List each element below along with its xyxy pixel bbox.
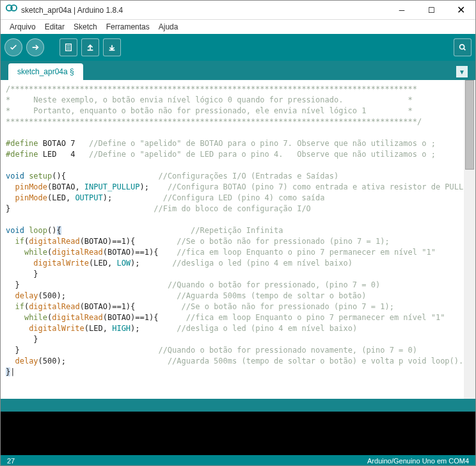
code-tok: setup bbox=[29, 172, 52, 181]
code-tok: (){ bbox=[52, 172, 158, 181]
code-tok bbox=[6, 193, 15, 202]
code-tok bbox=[6, 291, 15, 300]
tab-label: sketch_apr04a § bbox=[17, 67, 74, 76]
code-tok: digitalWrite bbox=[33, 259, 89, 268]
code-tok: } bbox=[6, 280, 168, 289]
code-tok: //Aguarda 500ms (tempo de soltar o botão… bbox=[168, 357, 463, 366]
code-area[interactable]: /***************************************… bbox=[1, 80, 464, 399]
code-tok: LOW bbox=[116, 259, 131, 268]
footer: 27 Arduino/Genuino Uno em COM4 bbox=[1, 455, 475, 466]
menubar: Arquivo Editar Sketch Ferramentas Ajuda bbox=[1, 20, 475, 34]
code-tok bbox=[6, 259, 33, 268]
cursor: | bbox=[10, 367, 15, 376]
code-tok bbox=[6, 313, 24, 322]
code-line: /***************************************… bbox=[6, 84, 417, 93]
code-tok: pinMode bbox=[15, 182, 47, 191]
code-tok: //Configurações I/O (Entradas e Saídas) bbox=[158, 172, 338, 181]
code-tok: //fica em loop Enquanto o pino 7 permane… bbox=[186, 313, 445, 322]
code-tok: OUTPUT bbox=[75, 193, 102, 202]
code-tok: while bbox=[24, 248, 47, 257]
code-tok: HIGH bbox=[112, 324, 131, 333]
code-tok: ); bbox=[103, 193, 163, 202]
code-tok bbox=[6, 357, 15, 366]
titlebar: sketch_apr04a | Arduino 1.8.4 ─ ☐ ✕ bbox=[1, 1, 475, 20]
verify-button[interactable] bbox=[4, 38, 22, 56]
code-tok: //Define o "apelido" de BOTAO para o pin… bbox=[89, 139, 436, 148]
scrollbar-thumb[interactable] bbox=[465, 80, 474, 170]
code-tok: (500); bbox=[38, 357, 168, 366]
scrollbar[interactable] bbox=[464, 80, 475, 399]
maximize-button[interactable]: ☐ bbox=[416, 1, 446, 20]
code-tok: //Configura BOTAO (pino 7) como entrada … bbox=[168, 182, 464, 191]
serial-monitor-button[interactable] bbox=[454, 38, 472, 56]
code-tok: digitalRead bbox=[52, 248, 102, 257]
code-tok: ); bbox=[131, 324, 177, 333]
code-tok: } bbox=[6, 335, 38, 344]
tabbar: sketch_apr04a § ▼ bbox=[1, 61, 475, 80]
code-tok bbox=[6, 248, 24, 257]
tab-sketch[interactable]: sketch_apr04a § bbox=[8, 63, 83, 80]
code-line: * Neste exemplo, o botão envia nível lóg… bbox=[6, 95, 413, 104]
code-tok: #define bbox=[6, 150, 38, 159]
upload-button[interactable] bbox=[26, 38, 44, 56]
open-sketch-button[interactable] bbox=[81, 38, 99, 56]
code-tok: delay bbox=[15, 291, 38, 300]
arduino-logo-icon bbox=[6, 4, 17, 16]
console[interactable] bbox=[1, 412, 475, 455]
code-tok: if bbox=[15, 302, 24, 311]
code-tok: (500); bbox=[38, 291, 177, 300]
code-tok: //Define o "apelido" de LED para o pino … bbox=[89, 150, 436, 159]
minimize-button[interactable]: ─ bbox=[387, 1, 416, 20]
save-sketch-button[interactable] bbox=[103, 38, 121, 56]
close-button[interactable]: ✕ bbox=[446, 1, 475, 20]
statusbar bbox=[1, 399, 475, 412]
menu-ferramentas[interactable]: Ferramentas bbox=[102, 21, 154, 33]
window-title: sketch_apr04a | Arduino 1.8.4 bbox=[21, 6, 387, 15]
code-tok: ); bbox=[131, 259, 172, 268]
menu-arquivo[interactable]: Arquivo bbox=[6, 21, 40, 33]
code-tok: digitalWrite bbox=[29, 324, 84, 333]
code-tok: loop bbox=[29, 226, 47, 235]
svg-point-3 bbox=[460, 45, 464, 49]
code-tok: delay bbox=[15, 357, 38, 366]
code-tok bbox=[6, 237, 15, 246]
code-tok: //Configura LED (pino 4) como saída bbox=[163, 193, 325, 202]
board-info: Arduino/Genuino Uno em COM4 bbox=[367, 457, 469, 465]
code-tok: #define bbox=[6, 139, 38, 148]
code-tok: //Quando o botão for pressionado, (pino … bbox=[168, 280, 380, 289]
code-tok: ); bbox=[140, 182, 168, 191]
code-tok: //Se o botão não for pressionado (pino 7… bbox=[177, 237, 389, 246]
code-tok: (LED, bbox=[84, 324, 112, 333]
menu-ajuda[interactable]: Ajuda bbox=[155, 21, 182, 33]
code-tok: (LED, bbox=[47, 193, 75, 202]
code-tok: //Se o botão não for pressionado (pino 7… bbox=[182, 302, 394, 311]
code-tok: BOTAO 7 bbox=[38, 139, 89, 148]
tab-menu-button[interactable]: ▼ bbox=[456, 66, 468, 77]
code-tok: //fica em loop Enquanto o pino 7 permane… bbox=[177, 248, 436, 257]
menu-editar[interactable]: Editar bbox=[41, 21, 68, 33]
code-tok bbox=[6, 324, 29, 333]
code-tok: while bbox=[24, 313, 47, 322]
code-tok: //Repetição Infinita bbox=[191, 226, 283, 235]
code-tok: (BOTAO, bbox=[47, 182, 84, 191]
code-tok: digitalRead bbox=[52, 313, 102, 322]
line-number: 27 bbox=[7, 457, 367, 465]
code-tok: } bbox=[6, 269, 38, 278]
code-line: * Portanto, enquanto o botão não for pre… bbox=[6, 106, 413, 115]
code-tok: digitalRead bbox=[29, 237, 79, 246]
new-sketch-button[interactable] bbox=[60, 38, 77, 56]
code-tok: //Fim do bloco de configuração I/O bbox=[154, 204, 311, 213]
code-tok: () bbox=[47, 226, 56, 235]
menu-sketch[interactable]: Sketch bbox=[70, 21, 101, 33]
code-tok bbox=[6, 182, 15, 191]
code-tok bbox=[6, 302, 15, 311]
editor: /***************************************… bbox=[1, 80, 475, 399]
code-tok: //Quando o botão for pressionado novamen… bbox=[158, 346, 417, 355]
code-tok: (LED, bbox=[89, 259, 116, 268]
code-tok: pinMode bbox=[15, 193, 47, 202]
code-line: ****************************************… bbox=[6, 117, 422, 126]
code-tok: (BOTAO)==1){ bbox=[103, 248, 177, 257]
code-tok: INPUT_PULLUP bbox=[84, 182, 140, 191]
code-tok: (BOTAO)==1){ bbox=[80, 237, 177, 246]
code-tok: (BOTAO)==1){ bbox=[80, 302, 182, 311]
